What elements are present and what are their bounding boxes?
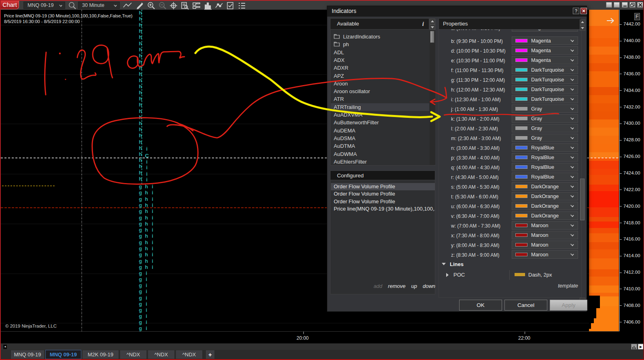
svg-text:i: i xyxy=(146,146,147,152)
svg-text:i: i xyxy=(152,202,153,208)
svg-text:h: h xyxy=(139,84,142,89)
svg-text:h: h xyxy=(139,139,142,145)
svg-text:i: i xyxy=(152,240,153,245)
svg-text:h: h xyxy=(139,34,142,40)
svg-text:C: C xyxy=(145,153,149,159)
svg-text:h: h xyxy=(139,65,142,71)
svg-text:i: i xyxy=(146,301,147,307)
svg-text:i: i xyxy=(152,221,153,227)
svg-text:g: g xyxy=(139,258,142,264)
svg-text:i: i xyxy=(152,190,153,196)
svg-text:i: i xyxy=(152,252,153,258)
svg-text:h: h xyxy=(139,151,142,157)
svg-text:h: h xyxy=(145,221,148,227)
svg-text:h: h xyxy=(139,170,142,176)
svg-text:i: i xyxy=(146,320,147,325)
svg-text:g: g xyxy=(139,277,142,282)
svg-text:h: h xyxy=(139,47,142,53)
svg-text:g: g xyxy=(139,320,142,325)
svg-text:g: g xyxy=(139,271,142,276)
svg-text:h: h xyxy=(139,115,142,120)
svg-text:g: g xyxy=(139,209,142,214)
svg-text:g: g xyxy=(139,215,142,221)
svg-text:i: i xyxy=(152,246,153,251)
svg-text:h: h xyxy=(139,164,142,169)
svg-text:h: h xyxy=(139,59,142,65)
svg-text:i: i xyxy=(152,227,153,233)
svg-text:h: h xyxy=(139,16,142,22)
svg-text:i: i xyxy=(146,283,147,288)
svg-text:g: g xyxy=(139,313,142,319)
svg-text:h: h xyxy=(139,90,142,96)
svg-text:h: h xyxy=(145,246,148,251)
svg-text:h: h xyxy=(139,78,142,83)
svg-text:g: g xyxy=(139,202,142,208)
svg-text:g: g xyxy=(139,295,142,301)
svg-text:h: h xyxy=(139,10,142,16)
svg-text:i: i xyxy=(146,326,147,331)
svg-text:h: h xyxy=(139,176,142,182)
svg-text:i: i xyxy=(146,165,147,170)
svg-text:i: i xyxy=(146,271,147,276)
svg-text:g: g xyxy=(139,196,142,202)
svg-text:i: i xyxy=(152,258,153,264)
svg-text:i: i xyxy=(152,209,153,214)
svg-text:h: h xyxy=(145,215,148,221)
svg-text:i: i xyxy=(152,233,153,239)
svg-text:g: g xyxy=(139,227,142,233)
svg-text:i: i xyxy=(146,313,147,319)
svg-text:i: i xyxy=(146,289,147,294)
svg-text:g: g xyxy=(139,240,142,245)
svg-text:h: h xyxy=(139,96,142,102)
svg-text:h: h xyxy=(139,41,142,47)
svg-text:g: g xyxy=(139,326,142,331)
svg-text:h: h xyxy=(145,190,148,196)
svg-text:i: i xyxy=(146,159,147,165)
svg-text:h: h xyxy=(145,196,148,202)
svg-text:i: i xyxy=(146,177,147,183)
svg-text:g: g xyxy=(139,289,142,294)
svg-text:i: i xyxy=(146,295,147,301)
svg-text:i: i xyxy=(146,277,147,282)
svg-text:g: g xyxy=(139,307,142,313)
svg-text:g: g xyxy=(139,233,142,239)
svg-text:g: g xyxy=(139,246,142,251)
svg-text:h: h xyxy=(139,121,142,126)
svg-text:h: h xyxy=(139,109,142,114)
svg-text:g: g xyxy=(139,301,142,307)
svg-text:i: i xyxy=(152,215,153,221)
svg-text:h: h xyxy=(145,233,148,239)
svg-text:g: g xyxy=(139,184,142,190)
svg-text:g: g xyxy=(139,264,142,270)
svg-text:h: h xyxy=(145,252,148,258)
svg-text:i: i xyxy=(146,307,147,313)
svg-text:g: g xyxy=(139,190,142,196)
svg-text:i: i xyxy=(152,184,153,190)
svg-text:g: g xyxy=(139,252,142,258)
svg-text:i: i xyxy=(152,196,153,202)
svg-text:h: h xyxy=(145,264,148,270)
svg-text:h: h xyxy=(145,209,148,214)
svg-text:h: h xyxy=(145,227,148,233)
svg-text:h: h xyxy=(139,127,142,132)
svg-text:h: h xyxy=(139,145,142,151)
svg-text:h: h xyxy=(139,22,142,28)
svg-text:h: h xyxy=(139,158,142,163)
svg-text:g: g xyxy=(139,221,142,227)
svg-text:h: h xyxy=(139,133,142,138)
svg-text:h: h xyxy=(145,240,148,245)
svg-text:h: h xyxy=(145,258,148,264)
svg-text:i: i xyxy=(152,264,153,270)
svg-text:h: h xyxy=(139,28,142,34)
svg-text:h: h xyxy=(139,71,142,77)
svg-text:h: h xyxy=(139,102,142,108)
svg-text:g: g xyxy=(139,283,142,288)
svg-text:h: h xyxy=(145,184,148,190)
svg-text:h: h xyxy=(139,53,142,59)
svg-text:i: i xyxy=(146,171,147,177)
svg-text:h: h xyxy=(145,202,148,208)
